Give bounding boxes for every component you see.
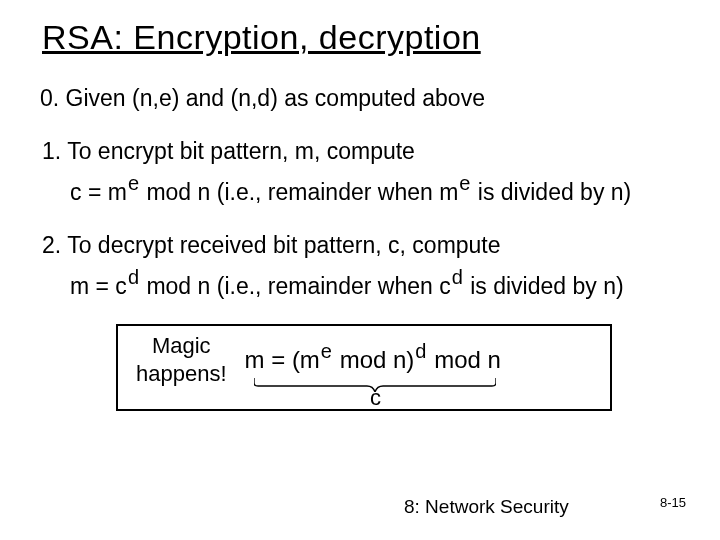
me1: e	[321, 340, 332, 362]
f2-exp: d	[128, 266, 139, 288]
step-0-num: 0.	[40, 85, 59, 111]
step-1-text: To encrypt bit pattern, m, compute	[67, 138, 415, 164]
step-1-formula: c = me mod n (i.e., remainder when me is…	[70, 177, 692, 208]
step-2-line: 2. To decrypt received bit pattern, c, c…	[42, 230, 692, 261]
f2-mod: mod n	[140, 273, 210, 299]
f1-exp: e	[128, 172, 139, 194]
magic-label-1: Magic	[152, 333, 211, 358]
mf3: mod n	[427, 346, 500, 373]
f1-explain-exp: e	[459, 172, 470, 194]
step-0-line: 0. Given (n,e) and (n,d) as computed abo…	[40, 83, 692, 114]
f1-mod: mod n	[140, 179, 210, 205]
f1-explain-post: is divided by n)	[471, 179, 631, 205]
magic-formula: m = (me mod n)d mod n	[245, 346, 501, 374]
slide: RSA: Encryption, decryption 0. Given (n,…	[0, 0, 720, 540]
step-2-formula: m = cd mod n (i.e., remainder when cd is…	[70, 271, 692, 302]
step-0-text: Given (n,e) and (n,d) as computed above	[66, 85, 485, 111]
step-2: 2. To decrypt received bit pattern, c, c…	[42, 230, 692, 302]
magic-label-2: happens!	[136, 361, 227, 386]
f2-explain-post: is divided by n)	[464, 273, 624, 299]
magic-box: Magic happens! m = (me mod n)d mod n c	[116, 324, 612, 411]
step-1-line: 1. To encrypt bit pattern, m, compute	[42, 136, 692, 167]
f2-explain-pre: (i.e., remainder when c	[210, 273, 450, 299]
f2-lhs: m = c	[70, 273, 127, 299]
step-2-num: 2.	[42, 232, 61, 258]
f2-explain-exp: d	[452, 266, 463, 288]
mf2: mod n)	[333, 346, 414, 373]
footer-chapter: 8: Network Security	[404, 496, 569, 518]
step-1-num: 1.	[42, 138, 61, 164]
magic-label: Magic happens!	[136, 332, 227, 387]
me2: d	[415, 340, 426, 362]
footer-page: 8-15	[660, 495, 686, 510]
underbrace-label: c	[370, 385, 381, 411]
f1-lhs: c = m	[70, 179, 127, 205]
mf1: m = (m	[245, 346, 320, 373]
slide-title: RSA: Encryption, decryption	[42, 18, 692, 57]
step-1: 1. To encrypt bit pattern, m, compute c …	[42, 136, 692, 208]
step-2-text: To decrypt received bit pattern, c, comp…	[67, 232, 500, 258]
f1-explain-pre: (i.e., remainder when m	[210, 179, 458, 205]
step-0: 0. Given (n,e) and (n,d) as computed abo…	[42, 83, 692, 114]
